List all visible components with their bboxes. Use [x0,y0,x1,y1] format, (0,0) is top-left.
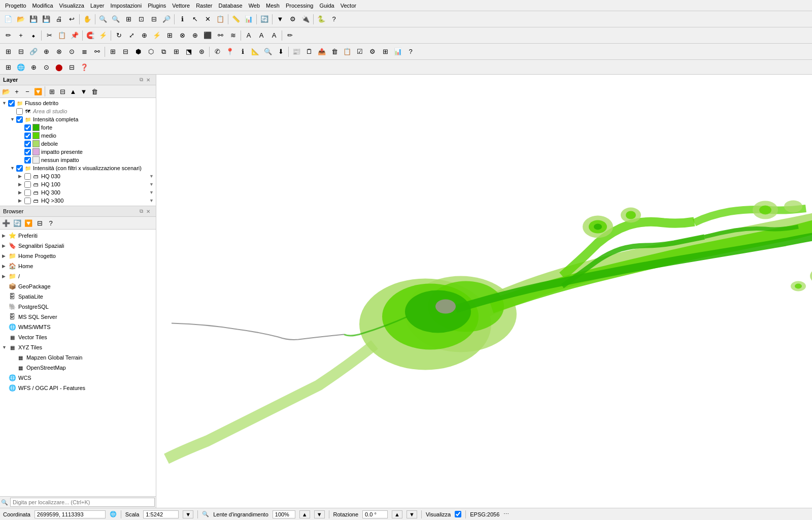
help2-btn[interactable]: ? [404,46,417,58]
layout3-btn[interactable]: 📤 [316,46,328,58]
lens-input[interactable] [273,510,295,518]
browser-item-wcs[interactable]: 🌐 WCS [0,373,156,383]
fill-ring-btn[interactable]: ⬛ [201,29,214,42]
layer-panel-close-btn[interactable]: ✕ [145,76,152,83]
layer-panel-float-btn[interactable]: ⧉ [138,76,145,83]
layout4-btn[interactable]: ☑ [354,46,366,58]
pan-btn[interactable]: ✋ [81,13,93,25]
cb-forte[interactable] [24,124,31,131]
browser-item-vector-tiles[interactable]: ▦ Vector Tiles [0,332,156,342]
cb-flusso[interactable] [8,100,15,107]
adv8-btn[interactable]: ⚯ [91,46,103,58]
browser-search-input[interactable] [10,498,155,507]
browser-item-postgresql[interactable]: 🐘 PostgreSQL [0,302,156,312]
merge-btn[interactable]: ⊞ [163,29,176,42]
cb-hq100[interactable] [24,181,31,188]
layout-btn[interactable]: 📰 [290,46,302,58]
menu-visualizza[interactable]: Visualizza [56,2,87,10]
layer-up-btn[interactable]: ▲ [68,86,78,96]
cb-nessuno[interactable] [24,157,31,164]
settings-btn[interactable]: ⚙ [287,13,299,25]
print-btn[interactable]: 🖨 [53,13,65,25]
rotate-btn[interactable]: ↻ [113,29,125,42]
open-table-btn[interactable]: 📋 [214,13,226,25]
menu-web[interactable]: Web [246,2,263,10]
atlas-btn[interactable]: 📊 [392,46,404,58]
cb-filtri[interactable] [16,165,23,172]
plugin-btn[interactable]: 🔌 [299,13,312,25]
scale-dropdown-btn[interactable]: ▼ [183,510,193,518]
coordinate-input[interactable] [35,510,106,518]
gps1-btn[interactable]: ⊞ [2,61,14,73]
layer-row-intensita[interactable]: ▼ 📁 Intensità completa [9,115,155,123]
layout5-btn[interactable]: ⚙ [366,46,379,58]
deselect-btn[interactable]: ✕ [201,13,214,25]
label3-btn[interactable]: A [268,29,280,42]
layer-row-nessuno[interactable]: nessun impatto [17,156,155,164]
layer-open-btn[interactable]: 📂 [1,86,11,96]
layer-down-btn[interactable]: ▼ [79,86,89,96]
zoom-selection-btn[interactable]: ⊟ [148,13,160,25]
measure-btn[interactable]: 📏 [230,13,242,25]
layer-remove-btn[interactable]: − [22,86,32,96]
layout2-btn[interactable]: 🗒 [303,46,315,58]
crs-value[interactable]: EPSG:2056 [470,511,499,517]
layer-row-hqgt300[interactable]: ▶ 🗃 HQ >300 ▼ [17,197,155,205]
layer-row-debole[interactable]: debole [17,140,155,148]
adv12-btn[interactable]: ⬡ [145,46,157,58]
browser-panel-close-btn[interactable]: ✕ [145,208,152,215]
adv4-btn[interactable]: ⊕ [40,46,52,58]
browser-item-root[interactable]: ▶ 📁 / [0,271,156,281]
browser-refresh-btn[interactable]: 🔄 [12,218,22,228]
browser-item-wfs[interactable]: 🌐 WFS / OGC API - Features [0,383,156,393]
browser-item-wms[interactable]: 🌐 WMS/WMTS [0,322,156,332]
adv11-btn[interactable]: ⬢ [132,46,144,58]
zoom-in-btn[interactable]: 🔍 [97,13,109,25]
lens-up-btn[interactable]: ▲ [299,510,310,518]
layout6-btn[interactable]: ⊞ [379,46,391,58]
zoom-full-btn[interactable]: 🔎 [160,13,173,25]
browser-item-geopackage[interactable]: 📦 GeoPackage [0,281,156,291]
delete-ring-btn[interactable]: ⊗ [176,29,188,42]
adv2-btn[interactable]: ⊟ [15,46,27,58]
layer-row-hq300[interactable]: ▶ 🗃 HQ 300 ▼ [17,188,155,197]
render-checkbox[interactable] [455,511,461,517]
help-btn[interactable]: ? [328,13,340,25]
offset-curve-btn[interactable]: ≋ [227,29,239,42]
layer-row-forte[interactable]: forte [17,123,155,132]
layer-row-hq030[interactable]: ▶ 🗃 HQ 030 ▼ [17,172,155,180]
menu-guida[interactable]: Guida [316,2,337,10]
adv10-btn[interactable]: ⊟ [119,46,131,58]
download-btn[interactable]: ⬇ [275,46,287,58]
menu-database[interactable]: Database [216,2,246,10]
duplicate-btn[interactable]: 📋 [341,46,353,58]
gps2-btn[interactable]: 🌐 [15,61,27,73]
cb-hqgt300[interactable] [24,198,31,204]
identify2-btn[interactable]: ℹ [236,46,249,58]
measure2-btn[interactable]: 📐 [249,46,261,58]
browser-item-spatialite[interactable]: 🗄 SpatiaLite [0,291,156,302]
layer-delete-btn[interactable]: 🗑 [89,86,99,96]
annotation-btn[interactable]: 📍 [224,46,236,58]
select-btn[interactable]: ↖ [189,13,201,25]
layer-diagram-btn[interactable]: 📊 [243,13,255,25]
browser-item-mapzen[interactable]: ▦ Mapzen Global Terrain [8,352,156,363]
snap-btn[interactable]: 🧲 [84,29,96,42]
menu-vettore[interactable]: Vettore [169,2,193,10]
topology-btn[interactable]: ⚡ [97,29,109,42]
adv9-btn[interactable]: ⊞ [107,46,119,58]
cb-area[interactable] [16,108,23,115]
menu-mesh[interactable]: Mesh [263,2,283,10]
split-btn[interactable]: ⚡ [151,29,163,42]
menu-progetto[interactable]: Progetto [2,2,29,10]
browser-item-xyz[interactable]: ▼ ▦ XYZ Tiles [0,342,156,352]
gps7-btn[interactable]: ❓ [78,61,90,73]
python-btn[interactable]: 🐍 [315,13,327,25]
current-edit-btn[interactable]: ✏ [2,29,14,42]
browser-item-mssql[interactable]: 🗄 MS SQL Server [0,312,156,322]
gps4-btn[interactable]: ⊙ [40,61,52,73]
browser-help-btn[interactable]: ? [46,218,56,228]
add-ring-btn[interactable]: ⊕ [189,29,201,42]
save-project-btn[interactable]: 💾 [27,13,40,25]
zoom-extent-btn[interactable]: ⊞ [122,13,134,25]
